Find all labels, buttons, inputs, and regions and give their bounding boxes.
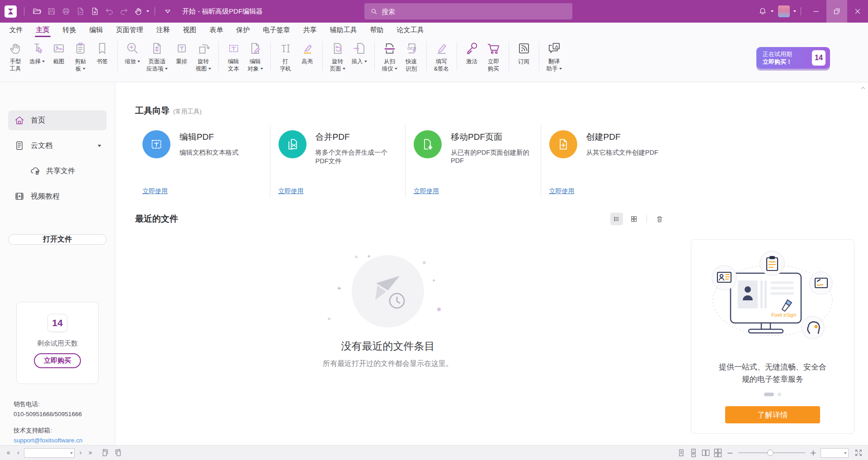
use-now-link[interactable]: 立即使用	[278, 187, 397, 195]
fullscreen-fit-icon[interactable]	[854, 448, 863, 458]
open-file-button[interactable]: 打开文件	[8, 234, 107, 245]
use-now-link[interactable]: 立即使用	[142, 187, 262, 195]
support-email-link[interactable]: support@foxitsoftware.cn	[14, 437, 83, 444]
tool-from-scanner[interactable]: 从扫描仪	[379, 41, 401, 72]
tool-fit-options[interactable]: 页面适应选项	[143, 41, 171, 72]
menu-home[interactable]: 主页	[29, 23, 56, 37]
menu-paper-tools[interactable]: 论文工具	[390, 23, 430, 37]
zoom-slider-thumb[interactable]	[767, 450, 774, 456]
menu-accessibility[interactable]: 辅助工具	[323, 23, 363, 37]
sidebar-item-cloud-docs[interactable]: 云文档	[8, 136, 107, 156]
tool-rotate-pages[interactable]: 旋转页面	[327, 41, 349, 72]
tool-fill-sign[interactable]: 填写&签名	[431, 41, 453, 72]
user-avatar[interactable]	[778, 5, 790, 17]
tool-reflow[interactable]: 重排	[171, 41, 193, 65]
tool-rotate-view[interactable]: 旋转视图	[193, 41, 214, 72]
menu-help[interactable]: 帮助	[363, 23, 390, 37]
carousel-dots[interactable]	[764, 393, 781, 396]
tool-activate[interactable]: 激活	[461, 41, 483, 65]
select-dropdown-caret[interactable]	[42, 61, 45, 62]
fit-options-dropdown-caret[interactable]	[165, 68, 168, 70]
facing-view-icon[interactable]	[701, 448, 711, 458]
continuous-view-icon[interactable]	[689, 448, 698, 458]
tool-edit-object[interactable]: 编辑对象	[245, 41, 266, 72]
tool-hand[interactable]: 手型工具	[5, 41, 26, 72]
tool-insert[interactable]: 插入	[349, 41, 370, 65]
sidebar-item-home[interactable]: 首页	[8, 110, 107, 130]
tool-subscribe[interactable]: 订阅	[513, 41, 535, 65]
search-input[interactable]	[382, 8, 567, 15]
menu-view[interactable]: 视图	[176, 23, 203, 37]
first-page-button[interactable]: «	[5, 449, 12, 457]
menu-comment[interactable]: 注释	[150, 23, 176, 37]
tool-clipboard[interactable]: 剪贴板	[70, 41, 91, 72]
carousel-dot[interactable]	[778, 393, 781, 396]
minimize-button[interactable]	[806, 0, 826, 23]
undo-button[interactable]	[104, 6, 115, 17]
trial-badge[interactable]: 正在试用期 立即购买！ 14	[756, 47, 830, 69]
scroll-up-icon[interactable]	[859, 84, 867, 91]
restore-button[interactable]	[826, 0, 847, 23]
zoom-in-button[interactable]: +	[808, 448, 818, 457]
print-button[interactable]	[61, 6, 71, 17]
menu-share[interactable]: 共享	[297, 23, 323, 37]
tool-highlight[interactable]: 高亮	[297, 41, 318, 65]
rotate-view-dropdown-caret[interactable]	[208, 68, 211, 70]
single-page-view-icon[interactable]	[676, 448, 686, 458]
snapshot-icon[interactable]	[100, 448, 110, 458]
clear-recent-trash-icon[interactable]	[653, 213, 666, 225]
zoom-dropdown-caret[interactable]	[137, 61, 140, 62]
tool-bookmark[interactable]: 书签	[91, 41, 113, 65]
previous-page-button[interactable]: ‹	[15, 449, 21, 457]
page-number-input[interactable]	[24, 449, 74, 457]
sidebar-item-shared-files[interactable]: 共享文件	[24, 161, 107, 181]
bell-dropdown-caret[interactable]	[771, 10, 774, 12]
redo-button[interactable]	[118, 6, 129, 17]
menu-file[interactable]: 文件	[3, 23, 29, 37]
learn-more-button[interactable]: 了解详情	[725, 406, 820, 423]
tool-zoom[interactable]: 缩放	[122, 41, 143, 65]
tool-typewriter[interactable]: 打字机	[275, 41, 297, 72]
tool-quick-ocr[interactable]: OCR快速识别	[401, 41, 422, 72]
use-now-link[interactable]: 立即使用	[414, 187, 533, 195]
quick-hand-button[interactable]	[133, 6, 144, 17]
page-add-button[interactable]	[90, 6, 100, 17]
menu-esign[interactable]: 电子签章	[256, 23, 297, 37]
tool-buy-now[interactable]: 立即购买	[483, 41, 505, 72]
zoom-out-button[interactable]: −	[725, 448, 735, 457]
menu-convert[interactable]: 转换	[56, 23, 83, 37]
page-number-dropdown-caret[interactable]	[70, 452, 73, 454]
menu-form[interactable]: 表单	[203, 23, 230, 37]
search-box[interactable]	[364, 3, 572, 19]
zoom-level-dropdown-caret[interactable]	[844, 452, 847, 454]
rotate-pages-dropdown-caret[interactable]	[343, 68, 345, 70]
list-view-button[interactable]	[610, 213, 623, 225]
translate-assistant-dropdown-caret[interactable]	[559, 68, 562, 70]
page-remove-button[interactable]	[75, 6, 86, 17]
from-scanner-dropdown-caret[interactable]	[395, 68, 397, 70]
clipboard-copy-icon[interactable]	[113, 448, 123, 458]
chevron-down-icon[interactable]	[162, 6, 173, 17]
menu-page-organize[interactable]: 页面管理	[109, 23, 150, 37]
avatar-dropdown-caret[interactable]	[793, 10, 796, 12]
tool-edit-text[interactable]: 编辑文本	[223, 41, 245, 72]
carousel-dot-active[interactable]	[764, 393, 774, 396]
notifications-bell-icon[interactable]	[757, 6, 768, 17]
menu-protect[interactable]: 保护	[230, 23, 256, 37]
clipboard-dropdown-caret[interactable]	[83, 68, 85, 70]
open-file-button[interactable]	[32, 6, 42, 17]
edit-object-dropdown-caret[interactable]	[260, 68, 263, 70]
last-page-button[interactable]: »	[86, 449, 94, 457]
save-button[interactable]	[46, 6, 57, 17]
zoom-slider[interactable]	[738, 448, 805, 457]
tool-translate-assistant[interactable]: A翻译助手	[543, 41, 565, 72]
menu-edit[interactable]: 编辑	[83, 23, 109, 37]
next-page-button[interactable]: ›	[77, 449, 84, 457]
buy-now-pill-button[interactable]: 立即购买	[34, 353, 81, 368]
use-now-link[interactable]: 立即使用	[549, 187, 668, 195]
sidebar-item-video-tutorials[interactable]: 视频教程	[8, 186, 107, 206]
facing-continuous-view-icon[interactable]	[713, 448, 723, 458]
quick-hand-dropdown-caret[interactable]	[146, 10, 149, 12]
insert-dropdown-caret[interactable]	[364, 61, 367, 62]
tool-select[interactable]: 选择	[26, 41, 48, 65]
